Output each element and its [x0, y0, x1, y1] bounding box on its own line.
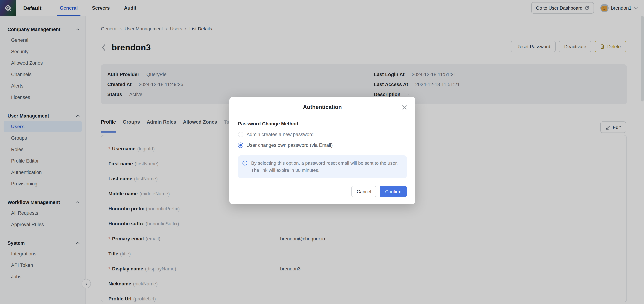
radio-icon — [238, 132, 243, 137]
confirm-button[interactable]: Confirm — [380, 186, 407, 197]
close-icon — [402, 105, 407, 110]
modal-title: Authentication — [238, 104, 407, 110]
scrollbar-thumb[interactable] — [641, 16, 644, 101]
modal-close-button[interactable] — [401, 104, 408, 110]
radio-icon — [238, 143, 243, 148]
info-circle-icon — [242, 160, 248, 166]
password-change-method-label: Password Change Method — [238, 121, 407, 127]
authentication-modal: Authentication Password Change Method Ad… — [229, 97, 416, 204]
password-reset-notice: By selecting this option, a password res… — [238, 155, 407, 178]
radio-user-changes-own-password[interactable]: User changes own password (via Email) — [238, 143, 407, 148]
radio-admin-creates-password[interactable]: Admin creates a new password — [238, 132, 407, 137]
notice-text: By selecting this option, a password res… — [251, 160, 402, 174]
cancel-button[interactable]: Cancel — [351, 186, 376, 197]
